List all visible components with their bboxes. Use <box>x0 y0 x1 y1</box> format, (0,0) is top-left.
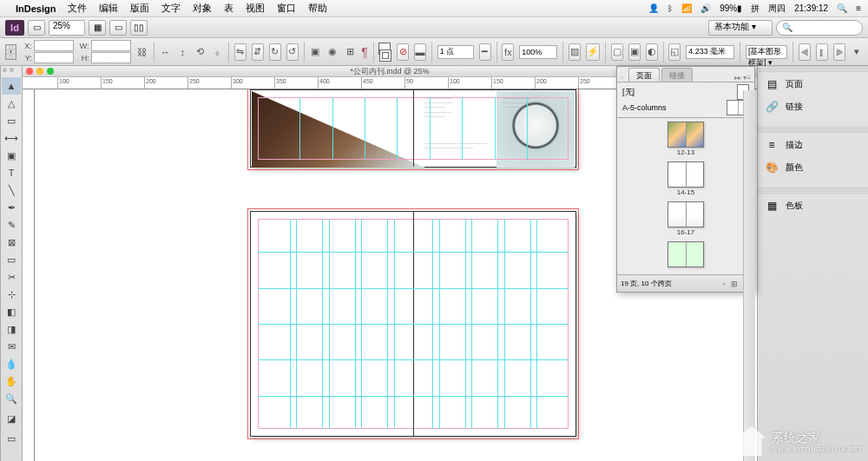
align-center-icon[interactable]: ⫿ <box>816 43 828 61</box>
flip-v-icon[interactable]: ⇵ <box>252 43 264 61</box>
panel-menu-icon[interactable]: ▾≡ <box>743 74 751 82</box>
dock-item-颜色[interactable]: 🎨颜色 <box>758 156 868 179</box>
line-tool[interactable]: ╲ <box>2 181 21 199</box>
wifi-icon[interactable]: 📶 <box>681 3 692 13</box>
arrange-icon[interactable]: ▯▯ <box>130 20 148 36</box>
corner-icon[interactable]: ◱ <box>668 43 681 61</box>
scissors-tool[interactable]: ✂ <box>2 268 21 286</box>
panel-expand-icon[interactable]: ▸▸ <box>734 74 741 82</box>
view-mode-toggle[interactable]: ▭ <box>2 430 21 447</box>
rotate-cw-icon[interactable]: ↻ <box>269 43 281 61</box>
select-content-icon[interactable]: ◉ <box>326 43 339 61</box>
close-window-icon[interactable] <box>26 68 33 75</box>
menu-file[interactable]: 文件 <box>68 2 87 15</box>
object-style-select[interactable]: [基本图形框架] ▾ <box>746 45 788 59</box>
paragraph-icon[interactable]: ¶ <box>361 45 368 59</box>
align-right-icon[interactable]: ⫸ <box>833 43 845 61</box>
dock-item-色板[interactable]: ▦色板 <box>758 194 868 217</box>
app-name[interactable]: InDesign <box>16 3 56 14</box>
volume-icon[interactable]: 🔊 <box>700 3 711 13</box>
tab-pages[interactable]: 页面 <box>628 68 660 82</box>
w-field[interactable] <box>91 40 131 51</box>
page-spread-item[interactable]: 12-13 <box>617 122 754 156</box>
menu-edit[interactable]: 编辑 <box>99 2 118 15</box>
shear-icon[interactable]: ⬨ <box>211 43 223 61</box>
master-a-row[interactable]: A-5-columns <box>622 100 749 115</box>
pages-panel[interactable]: ◦ 页面 链接 ▸▸▾≡ [无] A-5-columns 12-1314-151… <box>616 66 755 293</box>
dock-item-描边[interactable]: ≡描边 <box>758 134 868 156</box>
page-spread-item[interactable]: 16-17 <box>617 201 754 236</box>
vertical-ruler[interactable] <box>23 89 35 461</box>
ime-indicator[interactable]: 拼 <box>751 3 760 15</box>
bluetooth-icon[interactable]: ᛒ <box>667 3 673 13</box>
reference-point[interactable] <box>5 44 16 60</box>
select-container-icon[interactable]: ▣ <box>309 43 321 61</box>
text-wrap-none-icon[interactable]: ▢ <box>611 43 623 61</box>
content-collector-tool[interactable]: ▣ <box>2 147 21 164</box>
menu-table[interactable]: 表 <box>224 2 233 15</box>
new-page-icon[interactable]: ⊞ <box>731 280 738 288</box>
zoom-select[interactable]: 25% <box>49 20 85 36</box>
rectangle-tool[interactable]: ▭ <box>2 251 21 268</box>
drop-shadow-icon[interactable]: ▨ <box>569 43 581 61</box>
scale-y-icon[interactable]: ↕ <box>176 43 188 61</box>
eyedropper-tool[interactable]: 💧 <box>2 355 21 372</box>
stroke-weight-field[interactable] <box>437 45 474 59</box>
zoom-tool[interactable]: 🔍 <box>2 390 21 407</box>
text-wrap-shape-icon[interactable]: ◐ <box>646 43 658 61</box>
fit-content-icon[interactable]: ⊞ <box>344 43 356 61</box>
workspace-select[interactable]: 基本功能 ▾ <box>708 20 773 36</box>
control-menu-icon[interactable]: ▾ <box>851 43 863 61</box>
edit-page-size-icon[interactable]: ▫ <box>723 280 726 288</box>
page-spread-item[interactable]: 14-15 <box>617 161 754 196</box>
user-icon[interactable]: 👤 <box>648 3 659 13</box>
search-input[interactable]: 🔍 <box>776 20 863 36</box>
note-tool[interactable]: ✉ <box>2 338 21 355</box>
notification-center-icon[interactable]: ≡ <box>856 3 861 13</box>
rotate-ccw-icon[interactable]: ↺ <box>286 43 299 61</box>
stroke-style-icon[interactable]: ━ <box>479 43 491 61</box>
menu-object[interactable]: 对象 <box>193 2 212 15</box>
page-tool[interactable]: ▭ <box>2 112 21 129</box>
no-fill-icon[interactable]: ⊘ <box>397 43 409 61</box>
dock-item-页面[interactable]: ▤页面 <box>758 73 868 95</box>
dock-grip[interactable] <box>758 66 868 73</box>
menu-type[interactable]: 文字 <box>161 2 181 15</box>
free-transform-tool[interactable]: ⊹ <box>2 286 21 303</box>
panel-collapse-icon[interactable]: ◦ <box>621 74 623 82</box>
gap-tool[interactable]: ⟷ <box>2 129 21 147</box>
spread-top[interactable]: ———————————————————————————————————— ———… <box>250 89 576 168</box>
tab-links[interactable]: 链接 <box>661 68 693 82</box>
menu-view[interactable]: 视图 <box>246 2 265 15</box>
fill-stroke-toggle[interactable]: ◪ <box>2 407 21 430</box>
text-wrap-bound-icon[interactable]: ▣ <box>628 43 641 61</box>
master-none-row[interactable]: [无] <box>622 84 749 100</box>
menu-window[interactable]: 窗口 <box>277 2 296 15</box>
scale-x-icon[interactable]: ↔ <box>159 43 171 61</box>
direct-selection-tool[interactable]: △ <box>2 95 21 112</box>
clock[interactable]: 21:39:12 <box>794 3 828 13</box>
hand-tool[interactable]: ✋ <box>2 372 21 390</box>
menu-help[interactable]: 帮助 <box>308 2 327 15</box>
rotate-icon[interactable]: ⟲ <box>194 43 206 61</box>
opacity-field[interactable] <box>519 45 557 59</box>
dock-item-链接[interactable]: 🔗链接 <box>758 95 868 118</box>
selection-tool[interactable]: ▲ <box>2 77 21 95</box>
type-tool[interactable]: T <box>2 164 21 181</box>
view-mode-icon[interactable]: ▦ <box>89 20 106 36</box>
fill-stroke-swatch[interactable] <box>378 43 391 62</box>
screen-mode-icon[interactable]: ▭ <box>109 20 127 36</box>
corner-size-field[interactable] <box>686 45 734 59</box>
flip-h-icon[interactable]: ⇋ <box>234 43 247 61</box>
constrain-icon[interactable]: ⛓ <box>136 43 148 61</box>
y-field[interactable] <box>34 52 74 63</box>
gradient-feather-tool[interactable]: ◨ <box>2 320 21 338</box>
apply-color-icon[interactable]: ▬ <box>414 43 426 61</box>
h-field[interactable] <box>91 52 131 63</box>
spread-bottom[interactable] <box>250 211 576 437</box>
pen-tool[interactable]: ✒ <box>2 199 21 216</box>
pencil-tool[interactable]: ✎ <box>2 216 21 234</box>
gradient-swatch-tool[interactable]: ◧ <box>2 303 21 320</box>
minimize-window-icon[interactable] <box>36 68 43 75</box>
spotlight-icon[interactable]: 🔍 <box>837 3 847 13</box>
